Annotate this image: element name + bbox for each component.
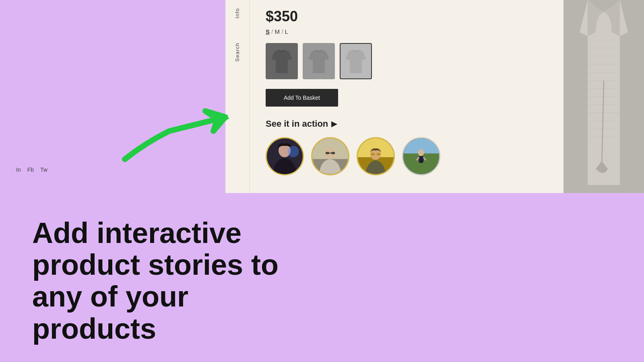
svg-point-3	[288, 146, 299, 157]
size-s[interactable]: S	[266, 28, 270, 35]
social-in-link[interactable]: In	[16, 167, 21, 173]
sidebar-search[interactable]: Search	[234, 43, 240, 62]
thumbnail-3[interactable]	[340, 43, 372, 79]
svg-rect-23	[422, 156, 424, 162]
avatar-1[interactable]	[266, 137, 304, 175]
svg-rect-8	[326, 152, 329, 154]
social-tw-link[interactable]: Tw	[40, 167, 47, 173]
svg-rect-16	[377, 153, 380, 156]
play-icon: ▶	[331, 119, 337, 128]
svg-point-20	[418, 149, 424, 156]
avatar-3[interactable]	[357, 137, 395, 175]
top-section: In Fb Tw Info Search $350 S / M / L	[0, 0, 644, 193]
product-area: Info Search $350 S / M / L	[225, 0, 644, 193]
size-m[interactable]: M	[275, 28, 280, 35]
thumbnail-2[interactable]	[303, 43, 335, 79]
headline-line1: Add interactive	[32, 217, 242, 249]
svg-rect-9	[331, 152, 335, 154]
social-fb-link[interactable]: Fb	[27, 167, 34, 173]
product-main-image	[564, 0, 644, 193]
size-l[interactable]: L	[285, 28, 288, 35]
headline-line2: product stories to	[32, 249, 279, 281]
bottom-section: Add interactive product stories to any o…	[0, 193, 644, 362]
avatar-2[interactable]	[311, 137, 349, 175]
svg-rect-22	[419, 156, 421, 162]
sidebar-info[interactable]: Info	[234, 8, 240, 19]
see-in-action-label: See it in action	[266, 119, 328, 129]
bottom-headline: Add interactive product stories to any o…	[32, 217, 314, 345]
arrow-indicator	[113, 95, 233, 169]
avatar-4[interactable]	[402, 137, 440, 175]
thumbnail-1[interactable]	[266, 43, 298, 79]
headline-line3: any of your products	[32, 280, 188, 344]
left-purple-area: In Fb Tw	[0, 0, 225, 193]
svg-rect-15	[371, 153, 375, 156]
svg-rect-19	[403, 163, 439, 174]
add-to-basket-button[interactable]: Add To Basket	[266, 89, 338, 107]
